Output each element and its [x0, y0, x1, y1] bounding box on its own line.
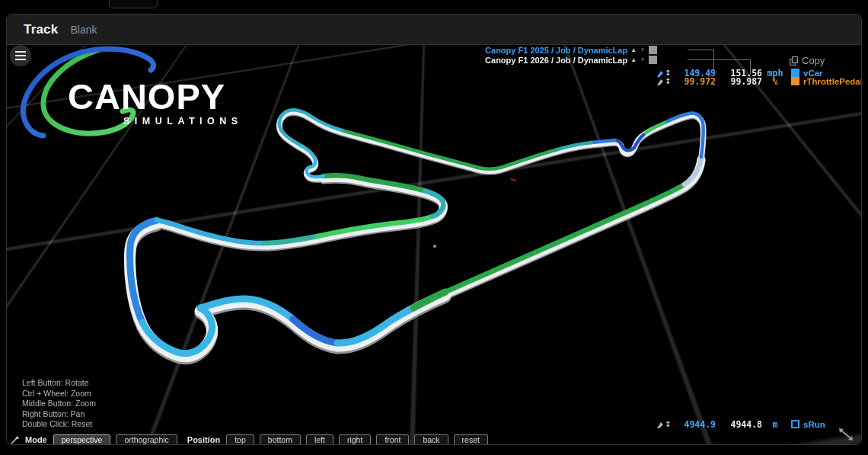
value-a: 4944.9: [674, 419, 716, 430]
resize-arrow-icon[interactable]: [10, 435, 20, 445]
channel-name[interactable]: rThrottlePedal: [803, 77, 861, 86]
mouse-help-text: Left Button: Rotate Ctrl + Wheel: Zoom M…: [22, 378, 96, 430]
position-reset-button[interactable]: reset: [454, 434, 488, 444]
position-right-button[interactable]: right: [339, 434, 371, 444]
source-label[interactable]: Canopy F1 2026 / Job / DynamicLap: [485, 56, 627, 65]
track-panel: Track Blank: [6, 14, 862, 445]
copy-icon: [790, 56, 798, 66]
distance-row-srun: ↕ 4944.9 4944.8 m sRun: [656, 420, 825, 428]
updown-arrows-icon[interactable]: ↕: [665, 77, 674, 85]
updown-arrows-icon[interactable]: ↕: [665, 420, 674, 428]
paint-brush-icon[interactable]: [656, 420, 665, 429]
page-title: Track: [24, 22, 58, 37]
channel-row-rthrottlepedal: ↕ 99.972 99.987 % rThrottlePedal: [656, 77, 861, 85]
position-top-button[interactable]: top: [226, 434, 254, 444]
move-down-icon[interactable]: ▼: [640, 47, 646, 53]
source-label[interactable]: Canopy F1 2025 / Job / DynamicLap: [485, 46, 627, 55]
source-row-2026[interactable]: Canopy F1 2026 / Job / DynamicLap ▲ ▼: [433, 55, 657, 65]
source-swatch[interactable]: [649, 56, 657, 64]
channel-swatch: [791, 69, 799, 77]
value-b: 99.987: [716, 76, 762, 87]
unit: m: [762, 419, 788, 430]
paint-brush-icon[interactable]: [656, 77, 665, 86]
position-back-button[interactable]: back: [414, 434, 448, 444]
top-tab-stub: [109, 0, 158, 8]
mode-perspective-button[interactable]: perspective: [53, 434, 111, 444]
track-name: Blank: [70, 24, 97, 36]
channel-name[interactable]: sRun: [803, 420, 825, 429]
mode-label: Mode: [25, 435, 47, 444]
move-down-icon[interactable]: ▼: [640, 57, 646, 63]
updown-arrows-icon[interactable]: ↕: [665, 69, 674, 77]
unit: %: [762, 76, 788, 87]
source-swatch[interactable]: [649, 46, 657, 54]
channel-swatch: [791, 77, 799, 85]
srun-checkbox[interactable]: [791, 420, 799, 428]
menu-button[interactable]: [10, 45, 31, 66]
position-bottom-button[interactable]: bottom: [260, 434, 301, 444]
copy-button[interactable]: Copy: [790, 55, 825, 66]
view-toolbar: Mode perspective orthographic Position t…: [10, 434, 488, 444]
position-front-button[interactable]: front: [376, 434, 409, 444]
move-up-icon[interactable]: ▲: [630, 47, 637, 53]
panel-resize-handle-icon[interactable]: [837, 426, 857, 444]
value-b: 4944.8: [716, 419, 762, 430]
track-3d-viewport[interactable]: CANOPY SIMULATIONS Canopy F1 2025 / Job …: [7, 45, 861, 444]
move-up-icon[interactable]: ▲: [630, 57, 637, 63]
position-label: Position: [187, 435, 220, 444]
value-a: 99.972: [674, 76, 716, 87]
mode-orthographic-button[interactable]: orthographic: [116, 434, 177, 444]
panel-header: Track Blank: [7, 14, 861, 45]
position-left-button[interactable]: left: [306, 434, 333, 444]
source-row-2025[interactable]: Canopy F1 2025 / Job / DynamicLap ▲ ▼: [433, 45, 657, 55]
